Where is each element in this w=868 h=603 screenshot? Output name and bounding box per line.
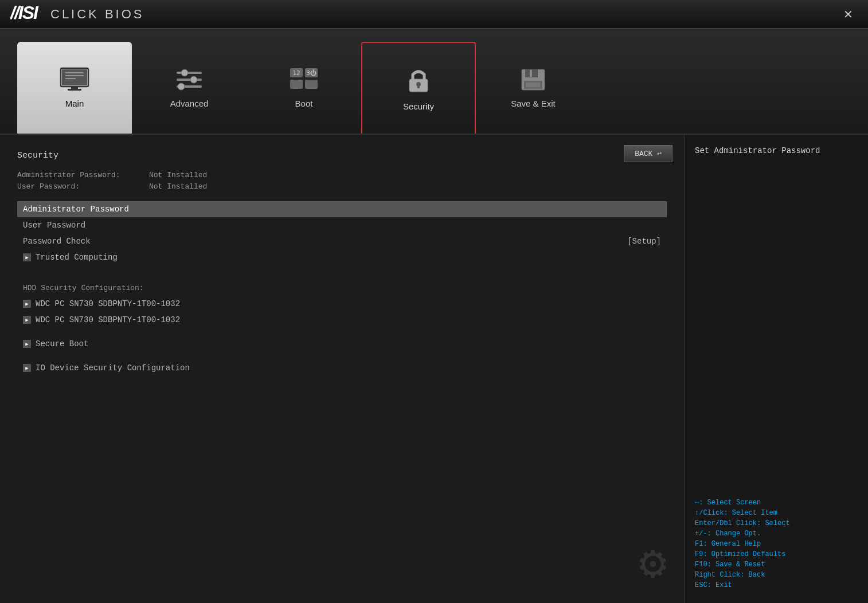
svg-rect-6 <box>71 87 78 89</box>
svg-rect-8 <box>177 72 202 74</box>
product-name: CLICK BIOS <box>50 7 144 22</box>
svg-rect-19 <box>305 80 318 89</box>
hdd-section-label: HDD Security Configuration: <box>17 284 667 292</box>
svg-point-11 <box>190 76 197 83</box>
svg-text:3⏻: 3⏻ <box>306 69 316 77</box>
key-help-esc: ESC: Exit <box>695 581 858 589</box>
tab-security[interactable]: Security <box>361 42 476 134</box>
admin-password-label: Administrator Password: <box>17 171 149 179</box>
svg-text:12: 12 <box>292 69 300 77</box>
admin-password-info-row: Administrator Password: Not Installed <box>17 171 667 179</box>
svg-rect-10 <box>177 79 202 81</box>
hdd2-label: WDC PC SN730 SDBPNTY-1T00-1032 <box>36 315 661 324</box>
tab-main[interactable]: Main <box>17 42 132 134</box>
svg-text://ISI: //ISI <box>10 2 39 22</box>
key-help-f1: F1: General Help <box>695 540 858 548</box>
svg-rect-27 <box>526 83 540 87</box>
section-title: Security <box>17 151 667 160</box>
menu-item-hdd1[interactable]: ▶ WDC PC SN730 SDBPNTY-1T00-1032 <box>17 296 667 312</box>
key-help-select-item: ↕/Click: Select Item <box>695 509 858 517</box>
menu-item-io-device[interactable]: ▶ IO Device Security Configuration <box>17 360 667 376</box>
menu-item-admin-password[interactable]: Administrator Password <box>17 201 667 217</box>
main-area: BACK ↩ Security Administrator Password: … <box>0 135 868 603</box>
menu-item-secure-boot[interactable]: ▶ Secure Boot <box>17 336 667 352</box>
logo-area: //ISI CLICK BIOS <box>10 2 144 27</box>
key-help-f9: F9: Optimized Defaults <box>695 550 858 558</box>
hdd2-arrow-icon: ▶ <box>23 316 31 324</box>
secure-boot-label: Secure Boot <box>36 339 661 349</box>
help-title: Set Administrator Password <box>695 146 858 155</box>
svg-rect-7 <box>68 89 81 91</box>
io-device-label: IO Device Security Configuration <box>36 363 661 373</box>
tab-bar: Main Advanced 12 3⏻ <box>0 29 868 135</box>
tab-save-exit-label: Save & Exit <box>511 99 556 108</box>
io-device-arrow-icon: ▶ <box>23 364 31 372</box>
watermark-decoration: ⚙ <box>639 535 667 592</box>
user-password-label: User Password: <box>17 182 149 191</box>
user-password-info-row: User Password: Not Installed <box>17 182 667 191</box>
secure-boot-arrow-icon: ▶ <box>23 340 31 348</box>
key-help-right-click: Right Click: Back <box>695 571 858 579</box>
close-button[interactable]: ✕ <box>839 6 858 22</box>
tab-advanced-label: Advanced <box>170 99 209 108</box>
password-check-label: Password Check <box>23 237 623 246</box>
admin-password-menu-label: Administrator Password <box>23 205 656 214</box>
svg-point-9 <box>181 69 188 76</box>
trusted-computing-label: Trusted Computing <box>36 253 661 262</box>
menu-item-password-check[interactable]: Password Check [Setup] <box>17 233 667 249</box>
title-bar: //ISI CLICK BIOS ✕ <box>0 0 868 29</box>
key-help-section: ↔: Select Screen ↕/Click: Select Item En… <box>695 499 858 592</box>
key-help-change-opt: +/-: Change Opt. <box>695 530 858 538</box>
content-panel: BACK ↩ Security Administrator Password: … <box>0 135 685 603</box>
key-help-select-screen: ↔: Select Screen <box>695 499 858 507</box>
trusted-computing-arrow-icon: ▶ <box>23 253 31 261</box>
tab-main-label: Main <box>65 99 84 108</box>
tab-save-exit[interactable]: Save & Exit <box>476 42 591 134</box>
hdd1-label: WDC PC SN730 SDBPNTY-1T00-1032 <box>36 299 661 308</box>
boot-icon: 12 3⏻ <box>288 67 320 94</box>
save-exit-icon <box>517 67 549 94</box>
tab-boot-label: Boot <box>295 99 313 108</box>
security-icon <box>402 65 435 97</box>
tab-security-label: Security <box>403 101 434 111</box>
key-help-f10: F10: Save & Reset <box>695 561 858 569</box>
svg-rect-2 <box>62 69 87 85</box>
password-check-value: [Setup] <box>627 237 661 246</box>
tab-advanced[interactable]: Advanced <box>132 42 247 134</box>
advanced-icon <box>173 67 205 94</box>
tab-boot[interactable]: 12 3⏻ Boot <box>247 42 361 134</box>
main-icon <box>58 67 91 94</box>
menu-item-hdd2[interactable]: ▶ WDC PC SN730 SDBPNTY-1T00-1032 <box>17 312 667 328</box>
menu-item-trusted-computing[interactable]: ▶ Trusted Computing <box>17 249 667 265</box>
svg-rect-22 <box>417 84 420 88</box>
svg-rect-18 <box>290 80 303 89</box>
back-button[interactable]: BACK ↩ <box>624 145 672 162</box>
svg-point-13 <box>178 83 185 90</box>
user-password-value: Not Installed <box>149 182 207 191</box>
key-help-enter: Enter/Dbl Click: Select <box>695 519 858 527</box>
msi-logo: //ISI <box>10 2 45 27</box>
menu-item-user-password[interactable]: User Password <box>17 217 667 233</box>
menu-list: Administrator Password User Password Pas… <box>17 201 667 265</box>
admin-password-value: Not Installed <box>149 171 207 179</box>
user-password-menu-label: User Password <box>23 221 656 230</box>
help-panel: Set Administrator Password ↔: Select Scr… <box>685 135 868 603</box>
hdd1-arrow-icon: ▶ <box>23 300 31 308</box>
svg-rect-25 <box>530 70 532 77</box>
